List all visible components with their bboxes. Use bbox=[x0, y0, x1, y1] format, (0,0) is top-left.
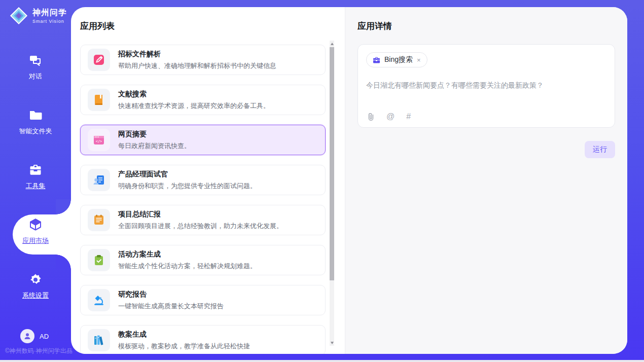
sidebar-item-toolset[interactable]: 工具集 bbox=[0, 163, 71, 191]
prompt-text[interactable]: 今日湖北有哪些新闻要点？有哪些需要关注的最新政策？ bbox=[366, 81, 606, 90]
app-card-tender-parse[interactable]: 招标文件解析 帮助用户快速、准确地理解和解析招标书中的关键信息 bbox=[80, 45, 326, 75]
interviewer-icon bbox=[88, 169, 110, 191]
list-scrollbar[interactable] bbox=[330, 41, 334, 346]
app-card-title: 产品经理面试官 bbox=[118, 170, 257, 179]
tool-tag-close-icon[interactable]: × bbox=[417, 57, 421, 63]
app-list-panel: 应用列表 招标文件解析 帮助用户快速、准确地理解和解析招标书中的关键信息 bbox=[71, 7, 345, 354]
app-card-title: 研究报告 bbox=[118, 290, 224, 299]
run-row: 运行 bbox=[357, 141, 615, 158]
app-card-literature-search[interactable]: 文献搜索 快速精准查找学术资源，提高研究效率的必备工具。 bbox=[80, 85, 326, 115]
bubble-curve-bottom bbox=[56, 255, 71, 270]
app-card-title: 教案生成 bbox=[118, 330, 250, 339]
tool-tag-bing-search[interactable]: Bing搜索 × bbox=[366, 52, 427, 67]
sidebar-item-smart-folder[interactable]: 智能文件夹 bbox=[0, 108, 71, 136]
tool-tag-label: Bing搜索 bbox=[384, 55, 413, 64]
app-card-project-summary[interactable]: 项目总结汇报 全面回顾项目进展，总结经验教训，助力未来优化发展。 bbox=[80, 205, 326, 235]
person-icon bbox=[23, 332, 31, 340]
app-frame: 神州问学 Smart Vision 对话 智能文件夹 bbox=[0, 0, 644, 360]
folder-icon bbox=[29, 108, 42, 122]
app-card-desc: 模板驱动，教案秒成，教学准备从此轻松快捷 bbox=[118, 342, 250, 351]
svg-text:</>: </> bbox=[96, 139, 102, 143]
app-card-pm-interviewer[interactable]: 产品经理面试官 明确身份和职责，为您提供专业性的面试问题。 bbox=[80, 165, 326, 195]
app-card-lesson-plan[interactable]: 教案生成 模板驱动，教案秒成，教学准备从此轻松快捷 bbox=[80, 325, 326, 354]
app-card-title: 项目总结汇报 bbox=[118, 210, 283, 219]
brand: 神州问学 Smart Vision bbox=[9, 6, 67, 25]
app-card-desc: 全面回顾项目进展，总结经验教训，助力未来优化发展。 bbox=[118, 222, 283, 231]
app-detail-panel: 应用详情 Bing搜索 × 今日湖北有哪些新闻要点？有哪些需要关注的最新政策？ bbox=[345, 7, 627, 354]
sidebar-item-label: 系统设置 bbox=[0, 291, 71, 300]
sidebar-item-label: 工具集 bbox=[0, 182, 71, 191]
sidebar-item-label: 智能文件夹 bbox=[0, 127, 71, 136]
scrollbar-thumb[interactable] bbox=[330, 47, 334, 280]
user-row[interactable]: AD bbox=[20, 329, 49, 343]
microscope-icon bbox=[88, 289, 110, 311]
sidebar-item-chat[interactable]: 对话 bbox=[0, 54, 71, 81]
brand-subtitle: Smart Vision bbox=[32, 19, 67, 24]
user-initials: AD bbox=[40, 333, 49, 340]
app-list-title: 应用列表 bbox=[80, 20, 326, 32]
cube-icon bbox=[29, 218, 42, 231]
sidebar-item-app-market[interactable]: 应用市场 bbox=[0, 218, 71, 245]
attach-toolbar: @ # bbox=[367, 112, 411, 121]
app-card-desc: 一键智能生成高质量长文本研究报告 bbox=[118, 302, 224, 311]
app-card-desc: 快速精准查找学术资源，提高研究效率的必备工具。 bbox=[118, 101, 270, 111]
sidebar: 神州问学 Smart Vision 对话 智能文件夹 bbox=[0, 0, 71, 360]
scroll-down-arrow-icon[interactable] bbox=[330, 340, 334, 346]
app-card-title: 文献搜索 bbox=[118, 90, 270, 99]
tender-edit-icon bbox=[88, 49, 110, 71]
sidebar-item-label: 应用市场 bbox=[0, 236, 71, 245]
main-content: 应用列表 招标文件解析 帮助用户快速、准确地理解和解析招标书中的关键信息 bbox=[71, 7, 627, 354]
prompt-card[interactable]: Bing搜索 × 今日湖北有哪些新闻要点？有哪些需要关注的最新政策？ @ # bbox=[357, 44, 615, 128]
app-card-title: 活动方案生成 bbox=[118, 250, 257, 259]
webpage-code-icon: </> bbox=[88, 129, 110, 151]
books-icon bbox=[88, 329, 110, 351]
app-card-desc: 帮助用户快速、准确地理解和解析招标书中的关键信息 bbox=[118, 61, 276, 70]
app-card-webpage-summary[interactable]: </> 网页摘要 每日政府新闻资讯快查。 bbox=[80, 125, 326, 155]
toolbox-icon bbox=[29, 163, 42, 176]
copyright-footer: ©神州数码·神州问学出品 bbox=[5, 347, 73, 355]
note-icon bbox=[88, 209, 110, 231]
paperclip-icon[interactable] bbox=[367, 113, 375, 121]
scroll-up-arrow-icon[interactable] bbox=[330, 41, 334, 47]
brand-name: 神州问学 bbox=[32, 8, 67, 18]
brand-text: 神州问学 Smart Vision bbox=[32, 8, 67, 24]
brand-logo-icon bbox=[9, 6, 28, 25]
chat-icon bbox=[29, 54, 42, 67]
run-button[interactable]: 运行 bbox=[585, 141, 615, 158]
app-card-desc: 智能生成个性化活动方案，轻松解决规划难题。 bbox=[118, 262, 257, 271]
hash-icon[interactable]: # bbox=[406, 112, 411, 121]
briefcase-icon bbox=[373, 56, 380, 64]
clipboard-check-icon bbox=[88, 249, 110, 271]
bubble-curve-top bbox=[56, 199, 71, 214]
app-card-desc: 每日政府新闻资讯快查。 bbox=[118, 141, 191, 151]
book-icon bbox=[88, 89, 110, 111]
sidebar-item-label: 对话 bbox=[0, 72, 71, 81]
sidebar-item-settings[interactable]: 系统设置 bbox=[0, 273, 71, 300]
avatar bbox=[20, 329, 34, 343]
app-detail-title: 应用详情 bbox=[357, 20, 615, 32]
app-card-title: 招标文件解析 bbox=[118, 50, 276, 59]
gear-icon bbox=[29, 273, 42, 286]
app-card-title: 网页摘要 bbox=[118, 130, 191, 139]
app-card-desc: 明确身份和职责，为您提供专业性的面试问题。 bbox=[118, 182, 257, 191]
mention-icon[interactable]: @ bbox=[386, 112, 395, 121]
app-cards: 招标文件解析 帮助用户快速、准确地理解和解析招标书中的关键信息 文献搜索 快速精… bbox=[80, 45, 326, 354]
app-card-activity-plan[interactable]: 活动方案生成 智能生成个性化活动方案，轻松解决规划难题。 bbox=[80, 245, 326, 275]
app-card-research-report[interactable]: 研究报告 一键智能生成高质量长文本研究报告 bbox=[80, 285, 326, 315]
